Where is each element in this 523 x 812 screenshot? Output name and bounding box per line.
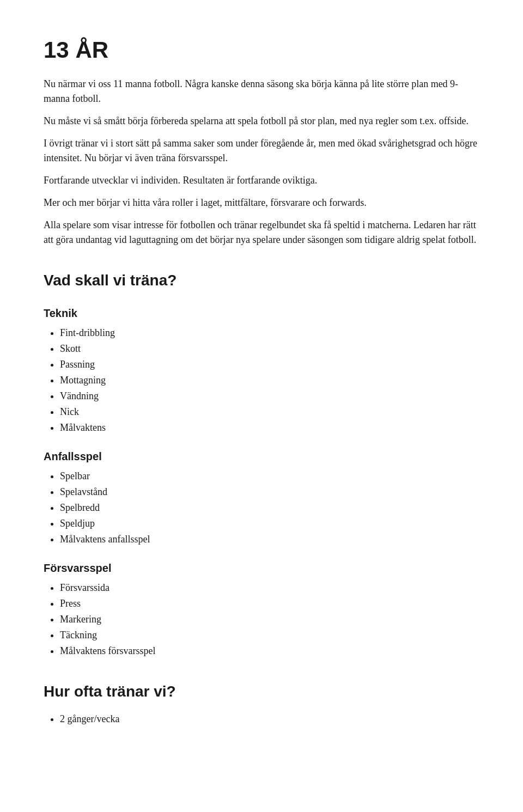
intro-section: Nu närmar vi oss 11 manna fotboll. Några… (44, 77, 479, 247)
frequency-list: 2 gånger/vecka (60, 712, 479, 726)
page-title: 13 ÅR (44, 33, 479, 67)
frequency-section: Hur ofta tränar vi? 2 gånger/vecka (44, 680, 479, 726)
forsvarsspel-group: Försvarsspel Försvarssida Press Markerin… (44, 560, 479, 658)
list-item: Försvarssida (60, 581, 479, 595)
list-item: Press (60, 596, 479, 611)
frequency-heading: Hur ofta tränar vi? (44, 680, 479, 703)
anfallsspel-group: Anfallsspel Spelbar Spelavstånd Spelbred… (44, 448, 479, 547)
paragraph-6: Alla spelare som visar intresse för fotb… (44, 218, 479, 247)
paragraph-2: Nu måste vi så smått börja förbereda spe… (44, 114, 479, 129)
paragraph-5: Mer och mer börjar vi hitta våra roller … (44, 196, 479, 210)
anfallsspel-heading: Anfallsspel (44, 448, 479, 465)
forsvarsspel-list: Försvarssida Press Markering Täckning Må… (60, 581, 479, 658)
teknik-group: Teknik Fint-dribbling Skott Passning Mot… (44, 305, 479, 435)
paragraph-1: Nu närmar vi oss 11 manna fotboll. Några… (44, 77, 479, 106)
list-item: 2 gånger/vecka (60, 712, 479, 726)
list-item: Täckning (60, 628, 479, 643)
list-item: Vändning (60, 389, 479, 404)
training-section: Vad skall vi träna? Teknik Fint-dribblin… (44, 269, 479, 658)
list-item: Mottagning (60, 373, 479, 388)
list-item: Markering (60, 612, 479, 627)
paragraph-4: Fortfarande utvecklar vi individen. Resu… (44, 173, 479, 188)
list-item: Spelavstånd (60, 485, 479, 499)
list-item: Skott (60, 341, 479, 356)
list-item: Nick (60, 405, 479, 419)
list-item: Fint-dribbling (60, 326, 479, 340)
list-item: Speldjup (60, 516, 479, 531)
list-item: Målvaktens (60, 420, 479, 435)
training-heading: Vad skall vi träna? (44, 269, 479, 292)
list-item: Spelbredd (60, 500, 479, 515)
anfallsspel-list: Spelbar Spelavstånd Spelbredd Speldjup M… (60, 469, 479, 547)
forsvarsspel-heading: Försvarsspel (44, 560, 479, 576)
list-item: Spelbar (60, 469, 479, 484)
paragraph-3: I övrigt tränar vi i stort sätt på samma… (44, 136, 479, 166)
teknik-heading: Teknik (44, 305, 479, 321)
list-item: Passning (60, 357, 479, 372)
teknik-list: Fint-dribbling Skott Passning Mottagning… (60, 326, 479, 435)
list-item: Målvaktens försvarsspel (60, 644, 479, 658)
list-item: Målvaktens anfallsspel (60, 532, 479, 547)
